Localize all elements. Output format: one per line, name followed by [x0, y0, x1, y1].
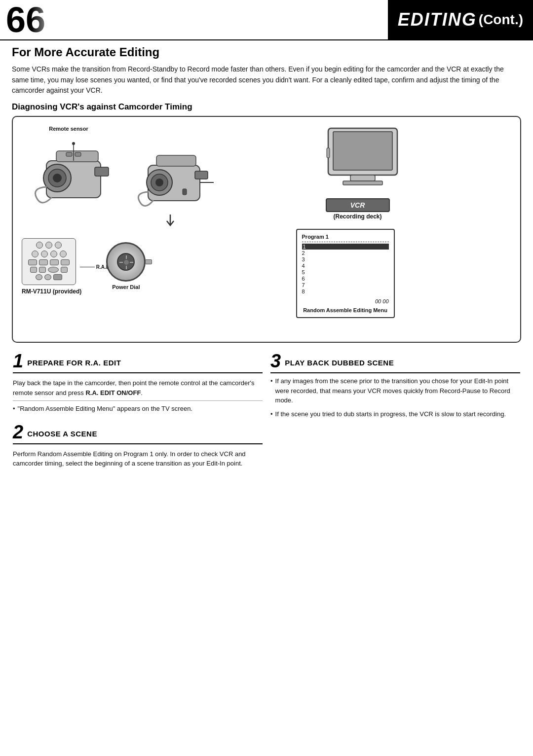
editing-menu-box: Program 1 1 2 3 4 5 6 7 8 00 00 Random A…	[296, 229, 395, 318]
program-num: 1	[303, 244, 306, 250]
remote-btn-row-1	[24, 242, 74, 249]
svg-rect-8	[66, 152, 72, 156]
remote-wide-btn	[28, 259, 37, 265]
rm-label: RM-V711U (provided)	[22, 288, 81, 295]
svg-rect-14	[195, 171, 208, 179]
camcorder-2-svg	[126, 141, 215, 219]
step-2-header: 2 CHOOSE A SCENE	[13, 423, 263, 444]
power-dial-block: Power Dial	[106, 242, 146, 290]
program-row-5: 5	[302, 269, 389, 275]
program-row-7: 7	[302, 282, 389, 288]
remote-btn-sm	[61, 267, 68, 273]
vcr-label-container: VCR (Recording deck)	[326, 196, 390, 220]
bullet-dot-2: •	[270, 409, 273, 419]
remote-sensor-label: Remote sensor	[49, 126, 88, 132]
step-1-bullet-text: "Random Assemble Editing Menu" appears o…	[18, 404, 192, 414]
remote-btn-oval	[44, 274, 51, 280]
remote-btn-round	[48, 267, 59, 273]
editing-title: EDITING	[398, 9, 477, 30]
remote-btn	[50, 251, 57, 257]
page-header: 66 EDITING (Cont.)	[0, 0, 533, 40]
section-title: For More Accurate Editing	[0, 40, 533, 61]
svg-point-22	[124, 260, 129, 265]
vcr-sub-label: (Recording deck)	[326, 213, 390, 220]
remote-btn-sm	[39, 267, 46, 273]
page-number: 66	[0, 0, 51, 39]
svg-rect-24	[333, 132, 392, 170]
step-3-header: 3 PLAY BACK DUBBED SCENE	[270, 352, 520, 373]
time-value: 00 00	[375, 298, 389, 304]
bullet-dot-1: •	[270, 376, 273, 386]
step-2-body: Perform Random Assemble Editing on Progr…	[13, 447, 263, 468]
remote-btn-oval	[36, 274, 42, 280]
vcr-label: VCR	[350, 201, 365, 209]
remote-wide-btn	[50, 259, 59, 265]
dashed-divider	[302, 242, 389, 242]
remote-wide-btn	[39, 259, 48, 265]
dial-button	[145, 259, 152, 264]
program-row-2: 2	[302, 250, 389, 256]
steps-right-col: 3 PLAY BACK DUBBED SCENE • If any images…	[266, 352, 524, 468]
remote-row-3	[24, 259, 74, 265]
steps-left-col: 1 PREPARE FOR R.A. EDIT Play back the ta…	[9, 352, 266, 468]
svg-rect-15	[156, 155, 196, 166]
svg-rect-25	[350, 175, 375, 181]
svg-rect-9	[75, 152, 81, 156]
step-1-bullet: • "Random Assemble Editing Menu" appears…	[13, 404, 263, 414]
step-3: 3 PLAY BACK DUBBED SCENE • If any images…	[270, 352, 520, 419]
step-2: 2 CHOOSE A SCENE Perform Random Assemble…	[13, 423, 263, 468]
svg-point-7	[72, 142, 75, 145]
step-1-title: PREPARE FOR R.A. EDIT	[27, 352, 121, 367]
program-row-4: 4	[302, 263, 389, 269]
step-1-header: 1 PREPARE FOR R.A. EDIT	[13, 352, 263, 373]
remote-btn	[45, 242, 52, 249]
remote-btn	[32, 251, 38, 257]
step-2-number: 2	[13, 423, 23, 441]
svg-point-3	[53, 174, 62, 182]
bullet-dot: •	[13, 404, 15, 414]
sub-heading: Diagnosing VCR's against Camcorder Timin…	[0, 101, 533, 116]
step-1-body: Play back the tape in the camcorder, the…	[13, 376, 263, 397]
step-1-number: 1	[13, 352, 23, 370]
diagram-right: VCR (Recording deck) Program 1 1 2 3 4 5…	[296, 126, 511, 318]
remote-control-block: R.A.EDIT ON/OFF RM-V711U (provided)	[22, 233, 81, 295]
program-row-3: 3	[302, 256, 389, 262]
diagram-left: Remote sensor	[22, 126, 257, 295]
step-3-bullet-2-text: If the scene you tried to dub starts in …	[275, 409, 506, 419]
svg-rect-27	[327, 148, 330, 158]
power-dial	[106, 242, 146, 282]
step-1: 1 PREPARE FOR R.A. EDIT Play back the ta…	[13, 352, 263, 414]
time-display: 00 00	[302, 298, 389, 304]
remote-btn	[60, 251, 67, 257]
step-3-bullet-1-text: If any images from the scene prior to th…	[275, 376, 520, 405]
tv-svg	[326, 126, 400, 190]
vcr-label-box: VCR	[326, 198, 390, 212]
remote-btn-dark	[53, 274, 62, 280]
power-dial-label: Power Dial	[112, 284, 140, 290]
arrow-down-icon	[163, 215, 178, 229]
step-3-bullet-2: • If the scene you tried to dub starts i…	[270, 409, 520, 419]
remote-btn-sm	[30, 267, 37, 273]
tv-block	[326, 126, 400, 191]
camcorder-1-svg	[22, 134, 115, 213]
svg-rect-4	[95, 167, 109, 176]
remote-row-5	[24, 274, 74, 280]
step-3-number: 3	[270, 352, 281, 370]
cont-title: (Cont.)	[479, 12, 523, 28]
step-3-bullet-1: • If any images from the scene prior to …	[270, 376, 520, 405]
program-label: Program 1	[302, 234, 389, 240]
diagram-box: Remote sensor	[12, 116, 521, 343]
steps-container: 1 PREPARE FOR R.A. EDIT Play back the ta…	[0, 352, 533, 478]
camcorder-1-block: Remote sensor	[22, 126, 115, 213]
remote-btn	[36, 242, 43, 249]
program-row-8: 8	[302, 288, 389, 294]
program-row-6: 6	[302, 276, 389, 282]
remote-row-4	[24, 267, 74, 273]
camcorder-2-block	[123, 126, 217, 231]
remote-btn	[41, 251, 48, 257]
remote-btn-row-2	[24, 251, 74, 257]
step-2-title: CHOOSE A SCENE	[27, 423, 97, 438]
svg-rect-26	[343, 181, 382, 185]
body-text: Some VCRs make the transition from Recor…	[0, 61, 533, 101]
svg-point-13	[155, 179, 163, 186]
